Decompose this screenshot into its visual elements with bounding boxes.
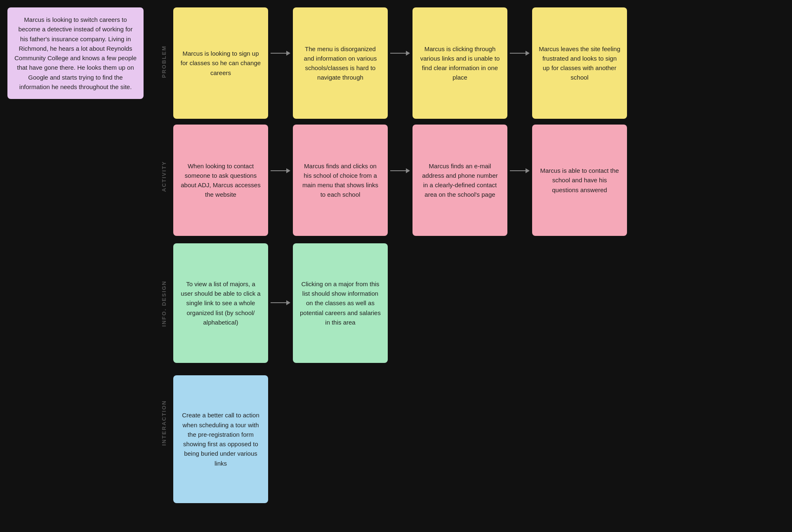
card-p4: Marcus leaves the site feeling frustrate… (532, 7, 627, 119)
card-in1: Create a better call to action when sche… (173, 375, 268, 503)
card-p2-text: The menu is disorganized and information… (299, 44, 381, 82)
card-in1-text: Create a better call to action when sche… (180, 410, 262, 468)
persona-card: Marcus is looking to switch careers to b… (7, 7, 144, 99)
card-a1: When looking to contact someone to ask q… (173, 125, 268, 236)
card-p1: Marcus is looking to sign up for classes… (173, 7, 268, 119)
card-p2: The menu is disorganized and information… (293, 7, 388, 119)
row-label-problem: PROBLEM (161, 45, 167, 78)
arrow-p2-p3 (390, 47, 410, 59)
svg-marker-3 (406, 51, 410, 56)
card-a1-text: When looking to contact someone to ask q… (180, 161, 262, 200)
persona-text: Marcus is looking to switch careers to b… (14, 15, 137, 92)
row-label-activity: ACTIVITY (161, 161, 167, 192)
row-label-info-design: INFO. DESIGN (161, 280, 167, 327)
arrow-p1-p2 (271, 47, 290, 59)
card-i1: To view a list of majors, a user should … (173, 243, 268, 363)
svg-marker-9 (406, 168, 410, 173)
svg-marker-5 (526, 51, 530, 56)
arrow-i1-i2 (271, 297, 290, 308)
svg-marker-1 (286, 51, 290, 56)
card-i2-text: Clicking on a major from this list shoul… (299, 279, 381, 327)
card-a2: Marcus finds and clicks on his school of… (293, 125, 388, 236)
svg-marker-11 (526, 168, 530, 173)
card-p1-text: Marcus is looking to sign up for classes… (180, 49, 262, 78)
card-p3: Marcus is clicking through various links… (412, 7, 507, 119)
arrow-a3-a4 (510, 165, 530, 177)
card-i2: Clicking on a major from this list shoul… (293, 243, 388, 363)
svg-marker-13 (286, 300, 290, 305)
arrow-p3-p4 (510, 47, 530, 59)
arrow-a1-a2 (271, 165, 290, 177)
arrow-a2-a3 (390, 165, 410, 177)
card-p3-text: Marcus is clicking through various links… (419, 44, 501, 82)
row-label-interaction: INTERACTION (161, 400, 167, 446)
card-a4: Marcus is able to contact the school and… (532, 125, 627, 236)
card-a3: Marcus finds an e-mail address and phone… (412, 125, 507, 236)
card-p4-text: Marcus leaves the site feeling frustrate… (539, 44, 620, 82)
card-a3-text: Marcus finds an e-mail address and phone… (419, 161, 501, 200)
svg-marker-7 (286, 168, 290, 173)
canvas: Marcus is looking to switch careers to b… (0, 0, 792, 532)
card-a2-text: Marcus finds and clicks on his school of… (299, 161, 381, 200)
card-a4-text: Marcus is able to contact the school and… (539, 166, 620, 195)
card-i1-text: To view a list of majors, a user should … (180, 279, 262, 327)
